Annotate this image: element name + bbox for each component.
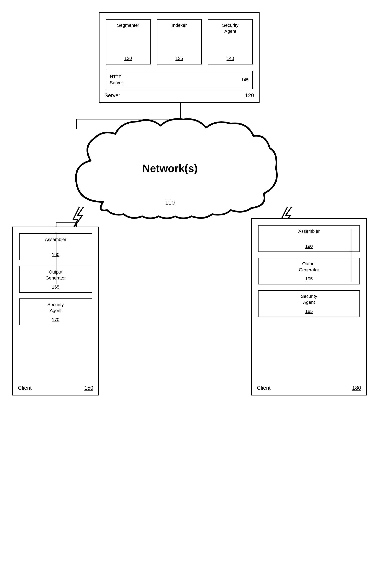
security-agent-140-box: SecurityAgent 140 <box>208 19 253 65</box>
output-gen-left-ref: 165 <box>52 285 60 290</box>
security-agent-140-label: SecurityAgent <box>210 22 250 34</box>
security-agent-140-ref: 140 <box>227 56 234 61</box>
conn-to-client-left <box>56 233 56 284</box>
assembler-right-box: Assembler 190 <box>258 225 360 252</box>
conn-to-client-right <box>351 229 351 282</box>
assembler-right-label: Assembler <box>261 228 357 234</box>
security-agent-185-ref: 185 <box>305 309 313 314</box>
indexer-label: Indexer <box>159 22 199 28</box>
diagram: Segmenter 130 Indexer 135 SecurityAgent … <box>0 0 392 579</box>
server-components-row: Segmenter 130 Indexer 135 SecurityAgent … <box>106 19 253 65</box>
network-label: Network(s) <box>142 162 198 174</box>
server-box: Segmenter 130 Indexer 135 SecurityAgent … <box>99 12 260 103</box>
output-gen-right-ref: 195 <box>305 276 313 282</box>
segmenter-box: Segmenter 130 <box>106 19 151 65</box>
security-agent-185-label: SecurityAgent <box>261 293 357 305</box>
client-right-components: Assembler 190 OutputGenerator 195 Securi… <box>258 225 360 317</box>
cloud-shape: Network(s) 110 <box>62 115 278 222</box>
output-gen-right-label: OutputGenerator <box>261 261 357 273</box>
client-right-box: Assembler 190 OutputGenerator 195 Securi… <box>251 218 367 395</box>
output-gen-right-box: OutputGenerator 195 <box>258 258 360 285</box>
security-agent-185-box: SecurityAgent 185 <box>258 290 360 317</box>
assembler-right-ref: 190 <box>305 244 313 249</box>
client-left-label: Client <box>18 385 31 391</box>
client-left-ref: 150 <box>84 385 93 391</box>
security-agent-170-label: SecurityAgent <box>22 302 89 313</box>
client-right-label: Client <box>257 385 270 391</box>
network-ref: 110 <box>165 199 175 206</box>
client-right-ref: 180 <box>352 385 361 391</box>
segmenter-label: Segmenter <box>108 22 148 28</box>
security-agent-170-ref: 170 <box>52 317 60 322</box>
http-server-box: HTTPServer 145 <box>106 71 253 89</box>
security-agent-170-box: SecurityAgent 170 <box>19 298 92 325</box>
server-label: Server <box>104 92 120 99</box>
indexer-ref: 135 <box>175 56 183 61</box>
indexer-box: Indexer 135 <box>157 19 202 65</box>
http-server-label: HTTPServer <box>110 74 123 86</box>
segmenter-ref: 130 <box>124 56 132 61</box>
http-server-ref: 145 <box>241 77 249 83</box>
server-ref: 120 <box>245 92 254 99</box>
